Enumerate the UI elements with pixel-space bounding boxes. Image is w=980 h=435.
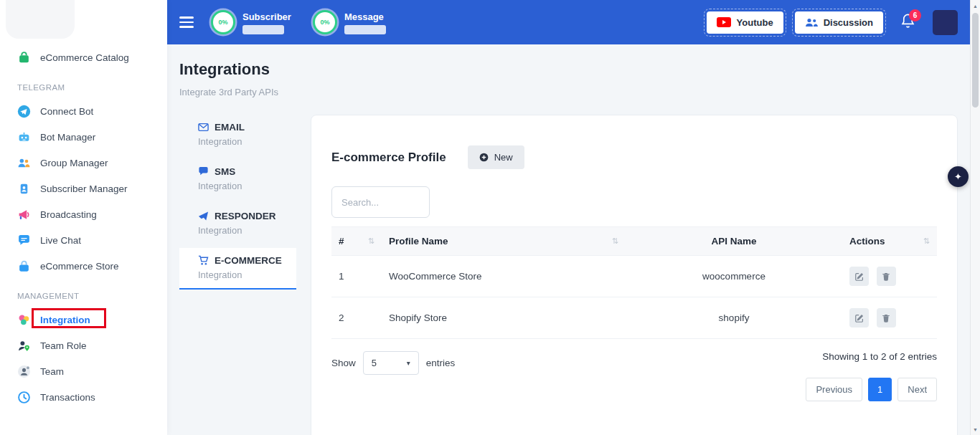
- tab-title: EMAIL: [215, 122, 245, 133]
- message-progress-ring: 0%: [313, 10, 337, 34]
- sidebar-item-broadcasting[interactable]: Broadcasting: [0, 201, 167, 227]
- page-1-button[interactable]: 1: [868, 378, 892, 401]
- integration-tabs: EMAIL Integration SMS Integration RESPON…: [179, 115, 296, 294]
- sidebar-section-telegram: TELEGRAM: [0, 70, 167, 98]
- sidebar-item-team-role[interactable]: Team Role: [0, 333, 167, 358]
- previous-page-button[interactable]: Previous: [806, 378, 862, 401]
- discussion-button[interactable]: Discussion: [795, 11, 883, 34]
- notification-badge: 6: [909, 9, 921, 21]
- table-row: 1 WooCommerce Store woocommerce: [331, 256, 937, 297]
- tab-sms-integration[interactable]: SMS Integration: [179, 159, 296, 199]
- tab-ecommerce-integration[interactable]: E-COMMERCE Integration: [179, 248, 296, 290]
- sidebar-item-transactions[interactable]: Transactions: [0, 384, 167, 410]
- ecommerce-profile-panel: E-commerce Profile New #⇅ Profile Name⇅: [311, 115, 958, 435]
- column-header-actions[interactable]: Actions⇅: [842, 227, 937, 256]
- next-page-button[interactable]: Next: [897, 378, 937, 401]
- youtube-button[interactable]: Youtube: [707, 11, 783, 34]
- discussion-button-label: Discussion: [824, 17, 873, 28]
- youtube-button-label: Youtube: [737, 17, 773, 28]
- sparkle-icon: ✦: [954, 171, 962, 182]
- profile-name-cell: WooCommerce Store: [382, 256, 626, 297]
- entries-select-value: 5: [372, 358, 377, 368]
- pagination: Previous 1 Next: [806, 378, 937, 401]
- sidebar-item-label: Team: [40, 366, 64, 377]
- topbar: 0% Subscriber 0% Message Youtube Discuss…: [167, 0, 970, 44]
- notifications-button[interactable]: 6: [900, 13, 915, 32]
- sidebar-item-ecommerce-catalog[interactable]: eCommerce Catalog: [0, 44, 167, 70]
- sidebar-item-label: eCommerce Store: [40, 261, 119, 272]
- sort-icon[interactable]: ⇅: [612, 236, 618, 246]
- edit-button[interactable]: [849, 308, 869, 328]
- table-row: 2 Shopify Store shopify: [331, 297, 937, 339]
- integration-icon: [17, 313, 31, 327]
- column-header-api-name[interactable]: API Name: [626, 227, 842, 256]
- tab-responder-integration[interactable]: RESPONDER Integration: [179, 204, 296, 244]
- sidebar-item-label: Broadcasting: [40, 209, 97, 220]
- tab-title: RESPONDER: [215, 211, 276, 221]
- subscriber-stat-label: Subscriber: [242, 11, 291, 22]
- sidebar: eCommerce Catalog TELEGRAM Connect Bot B…: [0, 0, 167, 435]
- tab-subtitle: Integration: [198, 269, 291, 280]
- delete-button[interactable]: [877, 267, 896, 286]
- sidebar-item-ecommerce-store[interactable]: eCommerce Store: [0, 253, 167, 279]
- tab-subtitle: Integration: [198, 225, 291, 236]
- sidebar-item-label: Team Role: [40, 340, 87, 351]
- megaphone-icon: [17, 208, 31, 221]
- sidebar-item-connect-bot[interactable]: Connect Bot: [0, 98, 167, 124]
- sidebar-item-team[interactable]: Team: [0, 358, 167, 384]
- redacted-value: [344, 25, 386, 34]
- page-subtitle: Integrate 3rd Party APIs: [179, 87, 958, 97]
- column-header-num[interactable]: #⇅: [331, 227, 382, 256]
- redacted-value: [242, 25, 284, 34]
- new-profile-button[interactable]: New: [468, 145, 524, 169]
- column-header-profile-name[interactable]: Profile Name⇅: [382, 227, 626, 256]
- page-scrollbar[interactable]: ▲ ▼: [970, 0, 980, 435]
- assistant-fab[interactable]: ✦: [948, 166, 969, 187]
- edit-icon: [854, 313, 864, 323]
- search-input[interactable]: [331, 186, 430, 218]
- subscriber-progress-ring: 0%: [211, 10, 235, 34]
- tab-title: SMS: [215, 166, 235, 177]
- app-logo: [6, 0, 75, 39]
- store-icon: [17, 259, 31, 273]
- page-title: Integrations: [179, 60, 958, 79]
- team-role-icon: [17, 339, 31, 353]
- menu-toggle-icon[interactable]: [179, 16, 194, 27]
- scrollbar-thumb[interactable]: [972, 13, 979, 107]
- sidebar-item-live-chat[interactable]: Live Chat: [0, 227, 167, 253]
- chat-icon: [17, 234, 31, 247]
- tab-email-integration[interactable]: EMAIL Integration: [179, 115, 296, 155]
- sms-bubble-icon: [198, 166, 209, 177]
- panel-title: E-commerce Profile: [331, 150, 446, 165]
- entries-label: entries: [426, 358, 456, 368]
- subscriber-stat: 0% Subscriber: [211, 10, 291, 34]
- sort-icon[interactable]: ⇅: [923, 236, 930, 246]
- new-button-label: New: [494, 152, 513, 163]
- tab-title: E-COMMERCE: [215, 255, 282, 266]
- sidebar-item-subscriber-manager[interactable]: Subscriber Manager: [0, 176, 167, 201]
- edit-icon: [854, 272, 864, 282]
- youtube-icon: [717, 17, 731, 27]
- tab-subtitle: Integration: [198, 181, 291, 191]
- transactions-icon: [17, 391, 31, 404]
- sidebar-item-bot-manager[interactable]: Bot Manager: [0, 124, 167, 150]
- row-number: 1: [331, 256, 382, 297]
- main-content: Integrations Integrate 3rd Party APIs EM…: [167, 44, 970, 435]
- sort-icon[interactable]: ⇅: [368, 236, 374, 246]
- tab-subtitle: Integration: [198, 136, 291, 147]
- sidebar-item-label: Bot Manager: [40, 132, 95, 143]
- discussion-icon: [805, 17, 818, 27]
- sidebar-item-group-manager[interactable]: Group Manager: [0, 150, 167, 176]
- group-icon: [17, 156, 31, 170]
- scroll-down-arrow[interactable]: ▼: [971, 424, 980, 434]
- trash-icon: [881, 272, 891, 282]
- sidebar-item-integration[interactable]: Integration: [0, 307, 167, 333]
- edit-button[interactable]: [849, 267, 869, 286]
- cart-icon: [198, 255, 209, 266]
- sidebar-section-management: MANAGEMENT: [0, 279, 167, 307]
- delete-button[interactable]: [877, 308, 896, 328]
- avatar[interactable]: [933, 10, 958, 35]
- showing-entries-text: Showing 1 to 2 of 2 entries: [806, 351, 937, 362]
- entries-select[interactable]: 5 ▾: [363, 351, 419, 375]
- scroll-up-arrow[interactable]: ▲: [971, 1, 980, 11]
